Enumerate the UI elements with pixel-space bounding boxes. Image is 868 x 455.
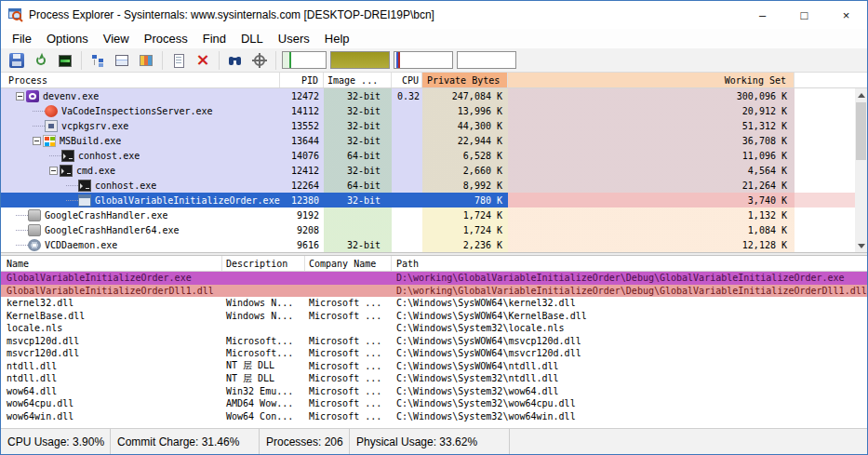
status-physical-usage: Physical Usage: 33.62% <box>350 429 510 454</box>
save-button[interactable] <box>5 49 29 72</box>
column-header-path[interactable]: Path <box>392 256 867 271</box>
row-filler <box>795 163 855 178</box>
triangle-down-icon <box>858 244 865 252</box>
tree-connector-icon <box>66 194 78 201</box>
commit-usage-graph[interactable] <box>330 51 390 69</box>
process-row[interactable]: VCDDaemon.exe961632-bit2,236 K12,128 K <box>1 237 855 252</box>
cpu-cell <box>392 237 422 252</box>
menu-item-help[interactable]: Help <box>317 30 357 47</box>
process-row[interactable]: cmd.exe1241232-bit2,660 K4,564 K <box>1 163 855 178</box>
dll-table-header: Name Description Company Name Path <box>1 256 867 272</box>
dll-row[interactable]: ntdll.dllNT 层 DLLMicrosoft ...C:\Windows… <box>1 360 867 373</box>
dll-row[interactable]: wow64cpu.dllAMD64 Wow...Microsoft ...C:\… <box>1 397 867 410</box>
dll-company-cell: Microsoft ... <box>305 336 392 346</box>
process-tree-button[interactable] <box>86 49 110 72</box>
dll-path-cell: C:\Windows\System32\locale.nls <box>392 323 867 333</box>
minimize-button[interactable]: – <box>741 2 783 29</box>
dll-description-cell: Wow64 Con... <box>222 411 305 422</box>
refresh-button[interactable] <box>29 49 53 72</box>
dll-path-cell: C:\Windows\System32\wow64cpu.dll <box>392 398 867 408</box>
process-cell: conhost.exe <box>1 178 280 193</box>
dll-row[interactable]: KernelBase.dllWindows N...Microsoft ...C… <box>1 310 867 323</box>
kill-process-button[interactable] <box>191 49 215 72</box>
dll-row[interactable]: msvcr120d.dllMicrosoft...Microsoft ...C:… <box>1 347 867 360</box>
process-row[interactable]: GoogleCrashHandler.exe91921,724 K1,132 K <box>1 207 855 222</box>
dll-row[interactable]: GlobalVariableInitializeOrderDll1.dllD:\… <box>1 285 867 298</box>
gpu-usage-graph[interactable] <box>457 51 516 69</box>
menu-item-users[interactable]: Users <box>271 30 317 47</box>
menu-item-options[interactable]: Options <box>39 30 96 47</box>
row-filler <box>795 193 855 207</box>
menu-item-process[interactable]: Process <box>137 30 195 47</box>
column-header-process[interactable]: Process <box>1 73 280 87</box>
image-type-cell: 32-bit <box>324 163 392 178</box>
dll-row[interactable]: kernel32.dllWindows N...Microsoft ...C:\… <box>1 297 867 310</box>
process-row[interactable]: conhost.exe1226464-bit8,992 K21,264 K <box>1 178 855 193</box>
scrollbar-track[interactable] <box>855 100 867 240</box>
scrollbar-thumb[interactable] <box>856 102 866 160</box>
process-row[interactable]: VaCodeInspectionsServer.exe1411232-bit13… <box>1 103 855 118</box>
app-icon <box>8 7 23 22</box>
lower-pane-button[interactable] <box>110 49 134 72</box>
collapse-toggle[interactable] <box>33 137 41 145</box>
column-header-private-bytes[interactable]: Private Bytes <box>422 73 508 87</box>
dll-row[interactable]: msvcp120d.dllMicrosoft...Microsoft ...C:… <box>1 335 867 348</box>
process-row[interactable]: devenv.exe1247232-bit0.32247,084 K300,09… <box>1 88 855 103</box>
column-header-description[interactable]: Description <box>222 256 305 271</box>
column-header-pid[interactable]: PID <box>280 73 324 87</box>
column-header-name[interactable]: Name <box>1 256 222 271</box>
tree-connector-icon <box>16 223 28 231</box>
pid-cell: 14112 <box>280 103 324 118</box>
menu-item-find[interactable]: Find <box>195 30 234 47</box>
dll-row[interactable]: ntdll.dllNT 层 DLLMicrosoft ...C:\Windows… <box>1 372 867 385</box>
column-header-image-type[interactable]: Image ... <box>324 73 392 87</box>
process-row[interactable]: GoogleCrashHandler64.exe92081,724 K1,084… <box>1 222 855 237</box>
private-bytes-cell: 2,660 K <box>422 163 508 178</box>
column-header-company-name[interactable]: Company Name <box>305 256 392 271</box>
column-header-cpu[interactable]: CPU <box>392 73 422 87</box>
tree-connector-icon <box>33 104 45 112</box>
cpu-cell <box>392 207 422 222</box>
dll-row[interactable]: locale.nlsC:\Windows\System32\locale.nls <box>1 322 867 335</box>
row-filler <box>795 207 855 222</box>
properties-button[interactable] <box>167 49 191 72</box>
io-usage-graph[interactable] <box>394 51 453 69</box>
pid-cell: 9208 <box>280 222 324 237</box>
dll-company-cell: Microsoft ... <box>305 411 392 422</box>
pid-cell: 12412 <box>280 163 324 178</box>
dll-row[interactable]: wow64.dllWin32 Emu...Microsoft ...C:\Win… <box>1 385 867 398</box>
process-row[interactable]: vcpkgsrv.exe1355232-bit44,300 K51,312 K <box>1 118 855 133</box>
tree-connector-icon <box>49 149 61 156</box>
menu-item-dll[interactable]: DLL <box>234 30 271 47</box>
dll-row[interactable]: wow64win.dllWow64 Con...Microsoft ...C:\… <box>1 410 867 423</box>
dll-company-cell: Microsoft ... <box>305 373 392 383</box>
process-row[interactable]: GlobalVariableInitializeOrder.exe1238032… <box>1 193 855 207</box>
view-dlls-button[interactable] <box>134 49 158 72</box>
menu-item-file[interactable]: File <box>5 30 39 47</box>
close-button[interactable]: × <box>825 2 867 29</box>
column-header-filler <box>795 73 867 87</box>
menu-item-view[interactable]: View <box>96 30 137 47</box>
system-information-button[interactable] <box>53 49 77 72</box>
kill-process-icon <box>195 53 210 68</box>
process-explorer-window: Process Explorer - Sysinternals: www.sys… <box>0 0 868 455</box>
process-name: GlobalVariableInitializeOrder.exe <box>95 195 280 206</box>
scroll-up-button[interactable] <box>855 88 867 100</box>
find-window-button[interactable] <box>247 49 272 72</box>
title-bar: Process Explorer - Sysinternals: www.sys… <box>1 1 867 29</box>
process-row[interactable]: conhost.exe1407664-bit6,528 K11,096 K <box>1 148 855 163</box>
collapse-toggle[interactable] <box>16 92 24 100</box>
process-scrollbar[interactable] <box>855 88 867 252</box>
working-set-cell: 4,564 K <box>508 163 795 178</box>
dll-row[interactable]: GlobalVariableInitializeOrder.exeD:\work… <box>1 272 867 285</box>
maximize-button[interactable]: □ <box>783 2 825 29</box>
collapse-toggle[interactable] <box>49 167 58 175</box>
vcpkg-icon <box>45 120 58 132</box>
status-commit-charge: Commit Charge: 31.46% <box>111 429 260 454</box>
process-row[interactable]: MSBuild.exe1364432-bit22,944 K36,708 K <box>1 133 855 148</box>
cpu-usage-graph[interactable] <box>282 51 327 69</box>
scroll-down-button[interactable] <box>855 240 867 252</box>
find-handle-dll-button[interactable] <box>223 49 247 72</box>
column-header-working-set[interactable]: Working Set <box>508 73 795 87</box>
process-name: cmd.exe <box>76 166 115 176</box>
